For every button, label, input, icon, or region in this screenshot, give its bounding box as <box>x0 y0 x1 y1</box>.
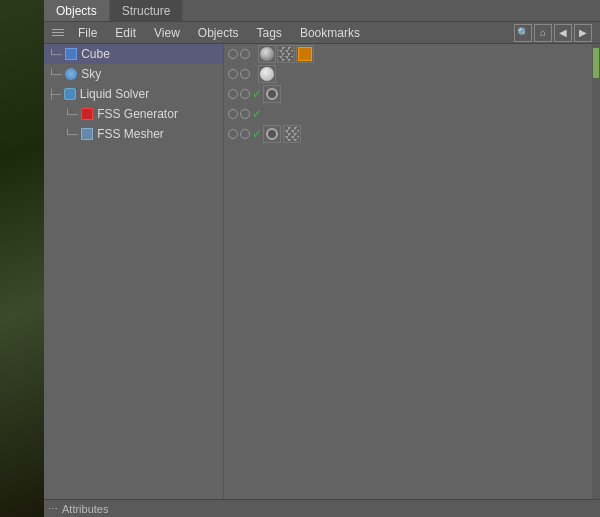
controls-cube <box>224 44 404 64</box>
dot1-sky[interactable] <box>228 69 238 79</box>
tag-icons-sky <box>258 65 276 83</box>
dot1-cube[interactable] <box>228 49 238 59</box>
object-row-cube[interactable]: └─ Cube <box>44 44 223 64</box>
liquid-icon <box>63 87 77 101</box>
tree-line-sky: └─ <box>48 69 62 80</box>
dot1-fss-mesh[interactable] <box>228 129 238 139</box>
controls-fss-mesh: ✓ <box>224 124 404 144</box>
content-area: └─ Cube └─ Sky ├─ Liquid Solv <box>44 44 600 499</box>
home-button[interactable]: ⌂ <box>534 24 552 42</box>
dot2-liquid[interactable] <box>240 89 250 99</box>
tree-line-fss-mesh: └─ <box>64 129 78 140</box>
dot1-fss-gen[interactable] <box>228 109 238 119</box>
fss-mesher-icon <box>80 127 94 141</box>
dot2-sky[interactable] <box>240 69 250 79</box>
menu-objects[interactable]: Objects <box>190 24 247 42</box>
tab-bar: Objects Structure <box>44 0 600 22</box>
sky-label: Sky <box>81 67 223 81</box>
tag-clock-liquid[interactable] <box>263 85 281 103</box>
tag-icons-cube <box>258 45 314 63</box>
tag-clock-fss-mesh[interactable] <box>263 125 281 143</box>
bottom-bar: ⋯ Attributes <box>44 499 600 517</box>
check-liquid: ✓ <box>252 88 261 101</box>
cube-icon <box>64 47 78 61</box>
cube-label: Cube <box>81 47 223 61</box>
menu-bar: File Edit View Objects Tags Bookmarks 🔍 … <box>44 22 600 44</box>
fss-generator-icon <box>80 107 94 121</box>
edge-indicator <box>593 48 599 78</box>
menu-dots[interactable] <box>48 29 68 36</box>
object-row-fss-mesher[interactable]: └─ FSS Mesher <box>44 124 223 144</box>
viewport-left <box>0 0 44 517</box>
nav-left-button[interactable]: ◀ <box>554 24 572 42</box>
controls-sky <box>224 64 404 84</box>
controls-liquid-solver: ✓ <box>224 84 404 104</box>
liquid-solver-label: Liquid Solver <box>80 87 223 101</box>
toolbar-right: 🔍 ⌂ ◀ ▶ <box>514 24 596 42</box>
viewport-image <box>0 0 44 517</box>
dot2-fss-mesh[interactable] <box>240 129 250 139</box>
bottom-dots: ⋯ <box>48 503 58 514</box>
tree-line-liquid: ├─ <box>48 89 61 99</box>
dot2-fss-gen[interactable] <box>240 109 250 119</box>
object-list: └─ Cube └─ Sky ├─ Liquid Solv <box>44 44 224 499</box>
tag-ball-cube[interactable] <box>258 45 276 63</box>
tag-checker-fss-mesh[interactable] <box>283 125 301 143</box>
object-row-fss-generator[interactable]: └─ FSS Generator <box>44 104 223 124</box>
dot1-liquid[interactable] <box>228 89 238 99</box>
tree-line-cube: └─ <box>48 49 62 60</box>
tag-ball-sky[interactable] <box>258 65 276 83</box>
object-row-sky[interactable]: └─ Sky <box>44 64 223 84</box>
tag-orange-cube[interactable] <box>296 45 314 63</box>
menu-tags[interactable]: Tags <box>249 24 290 42</box>
controls-col: ✓ ✓ ✓ <box>224 44 404 499</box>
fss-generator-label: FSS Generator <box>97 107 223 121</box>
dot2-cube[interactable] <box>240 49 250 59</box>
nav-right-button[interactable]: ▶ <box>574 24 592 42</box>
bottom-label: Attributes <box>62 503 108 515</box>
search-button[interactable]: 🔍 <box>514 24 532 42</box>
tag-checker-cube[interactable] <box>277 45 295 63</box>
fss-mesher-label: FSS Mesher <box>97 127 223 141</box>
menu-view[interactable]: View <box>146 24 188 42</box>
sky-icon <box>64 67 78 81</box>
controls-fss-gen: ✓ <box>224 104 404 124</box>
menu-file[interactable]: File <box>70 24 105 42</box>
tree-line-fss-gen: └─ <box>64 109 78 120</box>
check-fss-mesh: ✓ <box>252 128 261 141</box>
tab-objects[interactable]: Objects <box>44 0 110 21</box>
object-row-liquid-solver[interactable]: ├─ Liquid Solver <box>44 84 223 104</box>
check-fss-gen: ✓ <box>252 108 261 121</box>
right-edge <box>592 44 600 499</box>
main-panel: Objects Structure File Edit View Objects… <box>44 0 600 517</box>
tab-structure[interactable]: Structure <box>110 0 184 21</box>
menu-bookmarks[interactable]: Bookmarks <box>292 24 368 42</box>
workspace <box>404 44 592 499</box>
menu-edit[interactable]: Edit <box>107 24 144 42</box>
